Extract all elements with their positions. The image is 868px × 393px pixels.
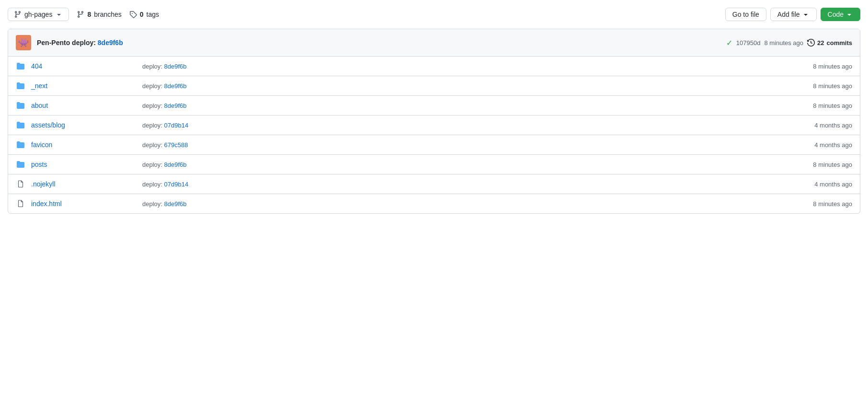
commit-hash-link[interactable]: 8de9f6b — [98, 39, 123, 46]
folder-icon — [16, 160, 25, 169]
file-commit-hash-link[interactable]: 8de9f6b — [164, 102, 187, 109]
file-commit-message: deploy: 8de9f6b — [142, 82, 779, 90]
tag-count: 0 — [140, 11, 144, 18]
add-file-label: Add file — [777, 11, 800, 18]
go-to-file-button[interactable]: Go to file — [725, 8, 766, 21]
code-label: Code — [828, 11, 844, 18]
file-commit-message: deploy: 8de9f6b — [142, 161, 779, 168]
file-commit-message: deploy: 8de9f6b — [142, 102, 779, 109]
table-row: .nojekyll deploy: 07d9b14 4 months ago — [8, 174, 860, 194]
file-name-link[interactable]: 404 — [31, 62, 137, 70]
table-row: posts deploy: 8de9f6b 8 minutes ago — [8, 155, 860, 174]
chevron-down-icon-code — [845, 11, 853, 18]
table-row: about deploy: 8de9f6b 8 minutes ago — [8, 96, 860, 116]
file-commit-message: deploy: 8de9f6b — [142, 200, 779, 208]
commit-message-prefix: Pen-Pento deploy: — [37, 39, 98, 46]
file-rows-container: 404 deploy: 8de9f6b 8 minutes ago _next … — [8, 57, 860, 213]
file-name-link[interactable]: _next — [31, 82, 137, 90]
check-icon: ✓ — [726, 38, 732, 47]
folder-icon — [16, 120, 25, 130]
file-commit-hash-link[interactable]: 07d9b14 — [164, 122, 189, 129]
history-icon — [807, 39, 815, 46]
file-time: 8 minutes ago — [785, 82, 852, 90]
tags-link[interactable]: 0 tags — [129, 11, 159, 18]
file-time: 4 months ago — [785, 122, 852, 129]
file-table: 👾 Pen-Pento deploy: 8de9f6b ✓ 107950d 8 … — [8, 29, 860, 214]
file-commit-hash-link[interactable]: 07d9b14 — [164, 181, 189, 188]
table-row: favicon deploy: 679c588 4 months ago — [8, 135, 860, 155]
file-commit-hash-link[interactable]: 8de9f6b — [164, 161, 187, 168]
avatar: 👾 — [16, 35, 31, 50]
file-commit-hash-link[interactable]: 8de9f6b — [164, 63, 187, 70]
branch-icon — [14, 11, 22, 18]
file-commit-hash-link[interactable]: 8de9f6b — [164, 82, 187, 90]
commits-count: 22 — [817, 39, 824, 46]
tags-label: tags — [147, 11, 159, 18]
file-time: 8 minutes ago — [785, 63, 852, 70]
commits-label: commits — [827, 39, 852, 46]
branch-label: gh-pages — [24, 11, 52, 18]
file-time: 4 months ago — [785, 181, 852, 188]
file-commit-hash-link[interactable]: 679c588 — [164, 141, 188, 149]
commit-meta: ✓ 107950d 8 minutes ago 22 commits — [726, 38, 852, 47]
tag-icon — [129, 11, 137, 18]
table-row: _next deploy: 8de9f6b 8 minutes ago — [8, 76, 860, 96]
file-time: 8 minutes ago — [785, 161, 852, 168]
file-time: 4 months ago — [785, 141, 852, 149]
chevron-down-icon-add — [802, 11, 810, 18]
file-icon — [16, 179, 25, 189]
chevron-down-icon — [55, 11, 63, 18]
add-file-button[interactable]: Add file — [770, 8, 817, 21]
folder-icon — [16, 61, 25, 71]
file-commit-message: deploy: 07d9b14 — [142, 122, 779, 129]
folder-icon — [16, 140, 25, 150]
branch-count-icon — [77, 11, 84, 18]
file-commit-message: deploy: 8de9f6b — [142, 63, 779, 70]
branch-selector-button[interactable]: gh-pages — [8, 8, 69, 21]
file-name-link[interactable]: posts — [31, 161, 137, 168]
short-hash: 107950d — [736, 39, 761, 46]
commit-count: 22 commits — [807, 39, 852, 46]
commit-header-row: 👾 Pen-Pento deploy: 8de9f6b ✓ 107950d 8 … — [8, 29, 860, 57]
folder-icon — [16, 101, 25, 110]
table-row: assets/blog deploy: 07d9b14 4 months ago — [8, 116, 860, 135]
file-icon — [16, 199, 25, 208]
file-time: 8 minutes ago — [785, 102, 852, 109]
commit-message: Pen-Pento deploy: 8de9f6b — [37, 39, 720, 46]
toolbar-left: gh-pages 8 branches 0 tags — [8, 8, 718, 21]
file-name-link[interactable]: .nojekyll — [31, 180, 137, 188]
commit-time: 8 minutes ago — [764, 39, 803, 46]
branches-link[interactable]: 8 branches — [77, 11, 121, 18]
code-button[interactable]: Code — [821, 8, 860, 21]
file-commit-message: deploy: 679c588 — [142, 141, 779, 149]
branches-label: branches — [94, 11, 122, 18]
file-time: 8 minutes ago — [785, 200, 852, 208]
file-commit-hash-link[interactable]: 8de9f6b — [164, 200, 187, 208]
toolbar-right: Go to file Add file Code — [725, 8, 860, 21]
branch-count: 8 — [87, 11, 91, 18]
toolbar: gh-pages 8 branches 0 tags Go to file Ad… — [8, 8, 860, 21]
file-name-link[interactable]: favicon — [31, 141, 137, 149]
table-row: 404 deploy: 8de9f6b 8 minutes ago — [8, 57, 860, 76]
file-commit-message: deploy: 07d9b14 — [142, 181, 779, 188]
table-row: index.html deploy: 8de9f6b 8 minutes ago — [8, 194, 860, 213]
file-name-link[interactable]: about — [31, 102, 137, 109]
file-name-link[interactable]: assets/blog — [31, 121, 137, 129]
folder-icon — [16, 81, 25, 91]
file-name-link[interactable]: index.html — [31, 200, 137, 208]
go-to-file-label: Go to file — [732, 11, 759, 18]
